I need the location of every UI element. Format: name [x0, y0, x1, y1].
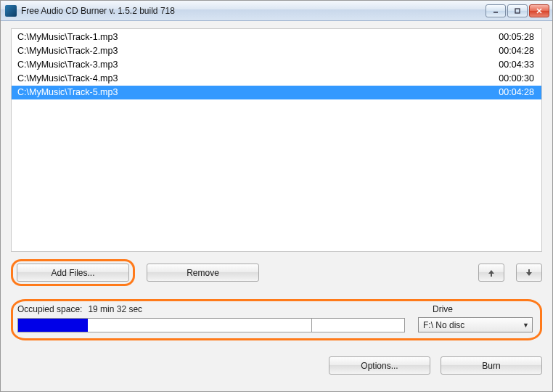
arrow-up-icon: [487, 269, 496, 277]
svg-rect-1: [515, 9, 520, 13]
drive-selected-value: F:\ No disc: [423, 320, 464, 330]
remove-button[interactable]: Remove: [147, 264, 259, 282]
drive-label: Drive: [433, 304, 533, 314]
file-path: C:\MyMusic\Track-2.mp3: [17, 45, 482, 57]
file-path: C:\MyMusic\Track-4.mp3: [17, 73, 482, 85]
burn-button[interactable]: Burn: [441, 356, 542, 375]
space-and-drive-highlight: Occupied space: 19 min 32 sec Drive F:\ …: [11, 299, 542, 340]
file-row[interactable]: C:\MyMusic\Track-5.mp300:04:28: [12, 86, 541, 99]
file-duration: 00:05:28: [482, 31, 534, 44]
minimize-button[interactable]: [486, 4, 506, 17]
space-progress-tick: [311, 319, 312, 332]
move-up-button[interactable]: [478, 264, 504, 282]
add-files-highlight: Add Files...: [11, 259, 135, 286]
file-row[interactable]: C:\MyMusic\Track-4.mp300:00:30: [12, 72, 541, 86]
chevron-down-icon: ▼: [523, 322, 529, 329]
occupied-space-value: 19 min 32 sec: [88, 304, 142, 314]
file-path: C:\MyMusic\Track-1.mp3: [17, 31, 482, 44]
file-list[interactable]: C:\MyMusic\Track-1.mp300:05:28C:\MyMusic…: [11, 28, 542, 252]
titlebar: Free Audio CD Burner v. 1.5.2 build 718: [1, 1, 552, 21]
file-row[interactable]: C:\MyMusic\Track-1.mp300:05:28: [12, 30, 541, 44]
space-progress-fill: [18, 319, 88, 332]
move-down-button[interactable]: [516, 264, 542, 282]
add-files-button[interactable]: Add Files...: [17, 264, 129, 282]
file-duration: 00:04:33: [482, 59, 534, 71]
arrow-down-icon: [525, 269, 533, 277]
file-path: C:\MyMusic\Track-5.mp3: [17, 86, 482, 99]
app-icon: [5, 5, 17, 17]
file-duration: 00:04:28: [482, 86, 534, 99]
file-row[interactable]: C:\MyMusic\Track-3.mp300:04:33: [12, 58, 541, 72]
file-row[interactable]: C:\MyMusic\Track-2.mp300:04:28: [12, 44, 541, 58]
file-duration: 00:00:30: [482, 73, 534, 85]
space-progress-bar: [17, 318, 405, 332]
file-path: C:\MyMusic\Track-3.mp3: [17, 59, 482, 71]
occupied-space-label: Occupied space:: [17, 304, 82, 314]
file-duration: 00:04:28: [482, 45, 534, 57]
maximize-button[interactable]: [507, 4, 528, 17]
close-button[interactable]: [529, 4, 549, 17]
options-button[interactable]: Options...: [329, 356, 430, 375]
window-title: Free Audio CD Burner v. 1.5.2 build 718: [21, 6, 486, 16]
drive-select[interactable]: F:\ No disc ▼: [418, 317, 533, 332]
